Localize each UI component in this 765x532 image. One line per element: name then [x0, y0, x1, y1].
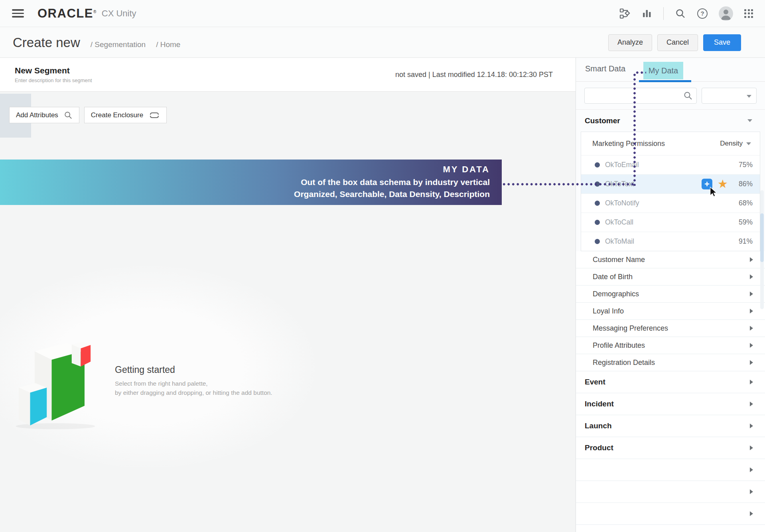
- chevron-right-icon: [750, 343, 753, 348]
- search-icon: [64, 111, 73, 120]
- data-palette-sidebar: Smart Data My Data Customer Marketing Pe…: [576, 58, 765, 532]
- segment-description-placeholder[interactable]: Enter description for this segment: [15, 77, 92, 83]
- workflow-icon[interactable]: [619, 8, 631, 19]
- cubes-illustration: [12, 331, 99, 431]
- attribute-group-row[interactable]: Registration Details: [576, 354, 765, 371]
- getting-started: Getting started Select from the right ha…: [12, 331, 272, 431]
- density-sort-control[interactable]: Density: [720, 140, 751, 148]
- category-list: Event Incident Launch Product: [576, 371, 765, 459]
- banner-line-2: Organized, Searchable, Data Density, Des…: [294, 188, 490, 200]
- density-sort-label: Density: [720, 140, 743, 148]
- breadcrumb-segmentation[interactable]: / Segementation: [91, 40, 146, 49]
- add-attributes-button[interactable]: Add Attributes: [9, 107, 79, 123]
- tab-my-data[interactable]: My Data: [643, 62, 683, 79]
- segment-name[interactable]: New Segment: [15, 66, 92, 75]
- my-data-callout-banner: MY DATA Out of the box data schema by in…: [0, 160, 502, 205]
- help-icon[interactable]: ?: [697, 8, 708, 19]
- active-tab-underline: [639, 80, 691, 82]
- search-icon[interactable]: [675, 8, 686, 19]
- create-enclosure-button[interactable]: Create Enclosure: [84, 107, 167, 123]
- attribute-label: OkToEmail: [605, 161, 702, 169]
- palette-search-input[interactable]: [584, 88, 697, 104]
- hamburger-menu-icon[interactable]: [12, 9, 24, 18]
- category-label: Incident: [585, 400, 750, 408]
- attribute-group-row[interactable]: Customer Name: [576, 251, 765, 268]
- attribute-group-row[interactable]: Date of Birth: [576, 268, 765, 286]
- save-status-text: not saved | Last modified 12.14.18: 00:1…: [395, 71, 553, 79]
- attribute-group-row[interactable]: Loyal Info: [576, 303, 765, 320]
- density-value: 68%: [732, 199, 753, 207]
- connector-dotted-line-top: [635, 71, 646, 74]
- attribute-group-row[interactable]: Profile Attributes: [576, 337, 765, 354]
- breadcrumb: / Segementation / Home: [91, 40, 181, 49]
- empty-category-row[interactable]: [576, 459, 765, 481]
- chevron-right-icon: [750, 445, 753, 450]
- permission-row[interactable]: OkToCall + ★ 59%: [581, 213, 760, 232]
- empty-category-row[interactable]: [576, 503, 765, 525]
- permission-row[interactable]: OkToEmail + ★ 75%: [581, 155, 760, 174]
- attribute-group-label: Demographics: [593, 290, 750, 298]
- chevron-right-icon: [750, 274, 753, 279]
- app-grid-icon[interactable]: [744, 9, 753, 18]
- chevron-right-icon: [750, 309, 753, 313]
- tab-smart-data[interactable]: Smart Data: [585, 64, 625, 73]
- category-row[interactable]: Product: [576, 437, 765, 459]
- empty-category-row[interactable]: [576, 481, 765, 503]
- search-icon: [683, 91, 693, 100]
- permission-row[interactable]: OkToNotify + ★ 68%: [581, 193, 760, 213]
- page-header: Create new / Segementation / Home Analyz…: [0, 27, 765, 58]
- density-value: 59%: [732, 218, 753, 227]
- customer-section-title: Customer: [585, 116, 620, 125]
- getting-started-line-2: by either dragging and dropping, or hitt…: [115, 388, 272, 397]
- attribute-label: OkToNotify: [605, 199, 702, 207]
- category-row[interactable]: Event: [576, 371, 765, 393]
- category-row[interactable]: Incident: [576, 393, 765, 415]
- chevron-right-icon: [750, 292, 753, 296]
- analytics-bar-chart-icon[interactable]: [642, 8, 652, 19]
- product-name: CX Unity: [102, 8, 136, 19]
- empty-category-row[interactable]: [576, 525, 765, 532]
- group-title: Marketing Permissions: [592, 140, 665, 148]
- chevron-right-icon: [750, 380, 753, 384]
- top-navigation-bar: ORACLE® CX Unity: [0, 0, 765, 27]
- avatar-icon[interactable]: [719, 6, 733, 21]
- attribute-group-row[interactable]: Demographics: [576, 286, 765, 303]
- palette-filter-dropdown[interactable]: [702, 88, 757, 104]
- favorite-star-icon[interactable]: ★: [718, 178, 728, 190]
- segment-title-bar: New Segment Enter description for this s…: [0, 58, 576, 92]
- cancel-button[interactable]: Cancel: [657, 34, 698, 51]
- mouse-cursor: [709, 187, 718, 197]
- scrollbar-thumb[interactable]: [760, 213, 764, 262]
- nav-divider: [663, 7, 664, 20]
- chevron-right-icon: [750, 360, 753, 365]
- app-window: ORACLE® CX Unity: [0, 0, 765, 532]
- analyze-button[interactable]: Analyze: [608, 34, 652, 51]
- group-scrollbar[interactable]: [760, 190, 764, 309]
- category-row[interactable]: Launch: [576, 415, 765, 437]
- connector-dotted-line-vertical: [633, 73, 636, 186]
- attribute-group-label: Loyal Info: [593, 307, 750, 315]
- attribute-dot-icon: [595, 239, 600, 244]
- attribute-group-label: Registration Details: [593, 359, 750, 367]
- canvas-toolbar: Add Attributes Create Enclosure: [9, 107, 167, 123]
- attribute-dot-icon: [595, 201, 600, 206]
- chevron-right-icon: [750, 402, 753, 406]
- marketing-permissions-group: Marketing Permissions Density OkToEmail …: [581, 132, 760, 251]
- chevron-right-icon: [750, 257, 753, 262]
- chevron-right-icon: [750, 467, 753, 472]
- segment-canvas: Add Attributes Create Enclosure MY DATA …: [0, 92, 576, 532]
- customer-section-header[interactable]: Customer: [576, 110, 765, 132]
- palette-search-row: [576, 82, 765, 110]
- permission-row[interactable]: OkToMail + ★ 91%: [581, 232, 760, 251]
- density-value: 91%: [732, 237, 753, 246]
- save-button[interactable]: Save: [703, 34, 741, 51]
- registered-mark: ®: [93, 9, 97, 14]
- oracle-logo: ORACLE®: [37, 6, 97, 21]
- chevron-right-icon: [750, 424, 753, 428]
- breadcrumb-home[interactable]: / Home: [156, 40, 180, 49]
- chevron-down-icon: [746, 142, 751, 145]
- attribute-group-row[interactable]: Messaging Preferences: [576, 320, 765, 337]
- category-label: Launch: [585, 422, 750, 430]
- category-label: Event: [585, 378, 750, 386]
- getting-started-line-1: Select from the right hand palette,: [115, 379, 272, 388]
